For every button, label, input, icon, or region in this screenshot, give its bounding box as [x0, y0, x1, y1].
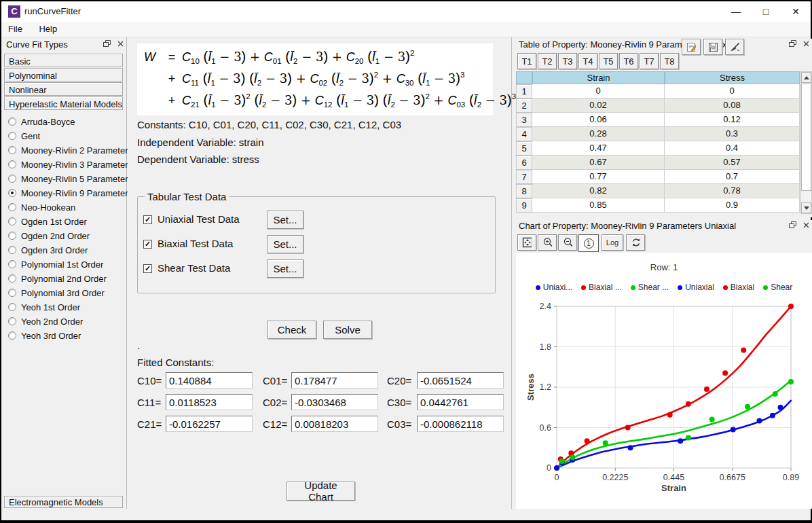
radio-icon[interactable] — [8, 317, 16, 325]
checkbox-biaxial[interactable]: ✓ — [143, 240, 152, 249]
table-cell[interactable]: 0.7 — [665, 170, 800, 184]
table-cell[interactable]: 0.02 — [532, 98, 665, 113]
model-radio-yeoh-1st-order[interactable]: Yeoh 1st Order — [3, 300, 126, 314]
model-radio-yeoh-2nd-order[interactable]: Yeoh 2nd Order — [3, 314, 126, 329]
model-radio-ogden-3rd-order[interactable]: Ogden 3rd Order — [3, 243, 126, 257]
constant-input-C01[interactable] — [291, 372, 378, 389]
data-point-uniaxial[interactable] — [756, 418, 762, 424]
data-point-uniaxial[interactable] — [678, 438, 683, 444]
data-point-shear[interactable] — [745, 404, 750, 410]
radio-icon[interactable] — [8, 303, 16, 311]
constant-input-C12[interactable] — [291, 416, 378, 432]
data-point-biaxial[interactable] — [741, 347, 746, 353]
table-cell[interactable]: 0.4 — [665, 141, 800, 156]
constant-input-C10[interactable] — [166, 372, 253, 389]
edit-table-button[interactable] — [682, 39, 701, 55]
scroll-thumb[interactable] — [801, 84, 811, 191]
model-radio-polynomial-3rd-order[interactable]: Polynomial 3rd Order — [3, 286, 126, 300]
model-radio-mooney-rivlin-5-parameters[interactable]: Mooney-Rivlin 5 Parameters — [3, 172, 126, 186]
radio-icon[interactable] — [8, 203, 16, 211]
radio-icon[interactable] — [8, 118, 16, 126]
data-point-biaxial[interactable] — [625, 425, 631, 431]
row-header-7[interactable]: 7 — [516, 170, 532, 184]
category-button-polynominal[interactable]: Polynominal — [4, 68, 123, 82]
table-tab-t5[interactable]: T5 — [599, 53, 618, 69]
close-button[interactable]: ✕ — [781, 1, 811, 22]
refresh-chart-button[interactable] — [626, 234, 645, 251]
model-radio-mooney-rivlin-9-parameters[interactable]: Mooney-Rivlin 9 Parameters — [3, 186, 126, 200]
constant-input-C20[interactable] — [417, 372, 504, 389]
zoom-out-button[interactable] — [558, 234, 577, 251]
model-radio-mooney-rivlin-3-parameters[interactable]: Mooney-Rivlin 3 Parameters — [3, 158, 126, 172]
float-panel-icon[interactable] — [789, 40, 796, 47]
save-table-button[interactable] — [703, 39, 722, 55]
electromagnetic-models-button[interactable]: Electromagnetic Models — [4, 496, 123, 508]
log-scale-button[interactable]: Log — [602, 234, 623, 251]
scroll-down-button[interactable] — [801, 202, 811, 213]
set-shear-button[interactable]: Set... — [267, 259, 303, 278]
radio-icon[interactable] — [8, 217, 16, 226]
row-header-8[interactable]: 8 — [516, 184, 532, 198]
table-cell[interactable]: 0.9 — [665, 198, 800, 213]
close-panel-icon[interactable] — [803, 222, 809, 228]
table-cell[interactable]: 0.57 — [665, 156, 800, 170]
row-header-5[interactable]: 5 — [516, 141, 532, 156]
data-point-uniaxial[interactable] — [628, 445, 633, 450]
data-point-shear[interactable] — [559, 458, 565, 464]
category-button-basic[interactable]: Basic — [4, 54, 123, 67]
checkbox-shear[interactable]: ✓ — [143, 264, 152, 273]
radio-icon[interactable] — [8, 146, 16, 154]
table-cell[interactable]: 0.12 — [665, 113, 800, 127]
radio-icon[interactable] — [8, 160, 16, 168]
float-panel-icon[interactable] — [103, 40, 111, 47]
model-radio-polynomial-2nd-order[interactable]: Polynomial 2nd Order — [3, 272, 126, 286]
row-header-4[interactable]: 4 — [516, 127, 532, 141]
data-point-uniaxial[interactable] — [770, 413, 775, 418]
float-panel-icon[interactable] — [789, 221, 796, 228]
radio-icon[interactable] — [8, 132, 16, 140]
row-header-1[interactable]: 1 — [516, 84, 532, 98]
category-button-nonlinear[interactable]: Nonlinear — [4, 82, 123, 96]
table-cell[interactable]: 0.3 — [665, 127, 800, 141]
table-cell[interactable]: 0.28 — [532, 127, 665, 141]
table-tab-t1[interactable]: T1 — [517, 53, 536, 69]
data-point-shear[interactable] — [686, 435, 691, 440]
table-cell[interactable]: 0.82 — [532, 184, 665, 198]
set-uniaxial-button[interactable]: Set... — [267, 211, 303, 229]
table-scrollbar[interactable] — [800, 71, 812, 214]
data-point-biaxial[interactable] — [686, 401, 691, 407]
data-point-biaxial[interactable] — [788, 304, 794, 309]
data-point-shear[interactable] — [570, 454, 575, 460]
table-cell[interactable]: 0.77 — [532, 170, 665, 184]
radio-icon[interactable] — [8, 175, 16, 183]
data-point-shear[interactable] — [709, 417, 715, 422]
data-point-biaxial[interactable] — [722, 370, 728, 376]
data-point-shear[interactable] — [788, 379, 794, 384]
row-header-9[interactable]: 9 — [516, 198, 532, 213]
data-point-shear[interactable] — [773, 391, 778, 397]
model-radio-arruda-boyce[interactable]: Arruda-Boyce — [3, 115, 126, 129]
data-point-uniaxial[interactable] — [554, 465, 559, 471]
dock-splitter-left[interactable] — [126, 37, 127, 509]
close-panel-icon[interactable] — [117, 41, 124, 47]
table-tab-t4[interactable]: T4 — [578, 53, 597, 69]
model-radio-neo-hookean[interactable]: Neo-Hookean — [3, 200, 126, 215]
table-tab-t7[interactable]: T7 — [640, 53, 659, 69]
column-header-stress[interactable]: Stress — [665, 71, 800, 84]
constant-input-C03[interactable] — [417, 416, 504, 432]
radio-icon[interactable] — [8, 331, 16, 340]
data-point-biaxial[interactable] — [704, 386, 709, 392]
table-tab-t3[interactable]: T3 — [558, 53, 577, 69]
table-tab-t8[interactable]: T8 — [660, 53, 679, 69]
clear-table-button[interactable] — [725, 39, 744, 55]
table-cell[interactable]: 0.67 — [532, 156, 665, 170]
row-header-6[interactable]: 6 — [516, 156, 532, 170]
constant-input-C11[interactable] — [166, 394, 253, 410]
column-header-strain[interactable]: Strain — [532, 71, 665, 84]
data-point-biaxial[interactable] — [585, 438, 590, 444]
model-radio-polynomial-1st-order[interactable]: Polynomial 1st Order — [3, 257, 126, 272]
minimize-button[interactable]: — — [721, 1, 751, 22]
table-cell[interactable]: 0.85 — [532, 198, 665, 213]
table-tab-t6[interactable]: T6 — [619, 53, 638, 69]
table-cell[interactable]: 0 — [665, 84, 800, 98]
